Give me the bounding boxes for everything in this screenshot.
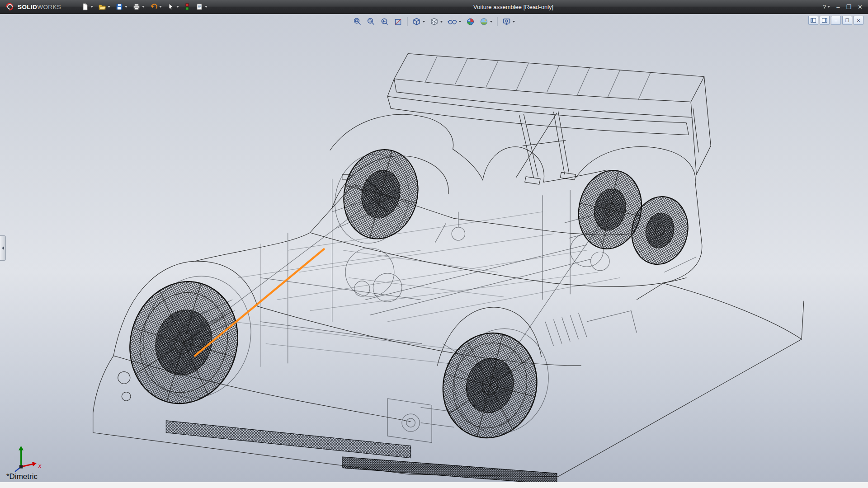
display-pane-icon bbox=[822, 18, 827, 23]
status-bar bbox=[0, 482, 868, 488]
document-restore-button[interactable]: ❐ bbox=[842, 16, 852, 25]
apply-scene-button[interactable] bbox=[478, 15, 495, 28]
main-toolbar bbox=[79, 1, 209, 12]
triad-x-label: x bbox=[38, 462, 42, 469]
help-button[interactable]: ? bbox=[823, 4, 830, 10]
new-dropdown-caret[interactable] bbox=[90, 6, 93, 8]
front-splitter-mesh bbox=[166, 421, 410, 458]
triad-origin bbox=[19, 465, 23, 468]
print-icon bbox=[132, 3, 141, 11]
hide-show-items-button[interactable] bbox=[446, 15, 463, 28]
wireframe-car bbox=[93, 54, 804, 482]
display-style-button[interactable] bbox=[428, 15, 445, 28]
wheel-front-left bbox=[116, 263, 265, 416]
section-view-button[interactable] bbox=[392, 15, 405, 28]
apply-scene-icon bbox=[480, 17, 489, 26]
window-title: Voiture assemblee [Read-only] bbox=[209, 4, 817, 10]
open-dropdown-caret[interactable] bbox=[108, 6, 110, 8]
feature-panel-collapse-tab[interactable] bbox=[0, 235, 6, 261]
view-orientation-dropdown-caret[interactable] bbox=[423, 21, 425, 23]
lower-floor-mesh bbox=[342, 457, 557, 482]
headsup-view-toolbar bbox=[351, 15, 517, 28]
feature-pane-toggle-button[interactable] bbox=[808, 16, 818, 25]
select-dropdown-caret[interactable] bbox=[176, 6, 179, 8]
section-view-icon bbox=[394, 17, 403, 26]
reference-triad: x bbox=[15, 446, 42, 472]
file-properties-icon bbox=[195, 3, 203, 11]
select-button[interactable] bbox=[165, 1, 181, 12]
rear-wing bbox=[387, 54, 711, 184]
zoom-to-area-icon bbox=[367, 17, 376, 26]
open-folder-icon bbox=[98, 3, 106, 11]
triad-y-arrowhead bbox=[19, 446, 24, 450]
edit-appearance-sphere-icon bbox=[466, 17, 475, 26]
undo-button[interactable] bbox=[148, 1, 164, 12]
brand-light: WORKS bbox=[37, 4, 61, 10]
save-dropdown-caret[interactable] bbox=[125, 6, 127, 8]
new-document-icon bbox=[81, 3, 89, 11]
zoom-to-fit-icon bbox=[353, 17, 362, 26]
titlebar: SOLIDWORKS bbox=[0, 0, 868, 14]
view-orientation-label: *Dimetric bbox=[6, 472, 38, 481]
maximize-button[interactable]: ❐ bbox=[846, 4, 851, 10]
hide-show-glasses-icon bbox=[448, 17, 458, 26]
minimize-button[interactable]: – bbox=[836, 4, 840, 10]
print-dropdown-caret[interactable] bbox=[142, 6, 145, 8]
save-button[interactable] bbox=[113, 1, 129, 12]
display-pane-toggle-button[interactable] bbox=[820, 16, 830, 25]
app-logo: SOLIDWORKS bbox=[0, 2, 66, 11]
close-button[interactable]: ✕ bbox=[858, 4, 863, 10]
triad-x-arrowhead bbox=[32, 462, 37, 466]
feature-pane-icon bbox=[811, 18, 816, 23]
undo-icon bbox=[150, 3, 158, 11]
document-window-controls: – ❐ ✕ bbox=[808, 16, 863, 25]
new-button[interactable] bbox=[79, 1, 95, 12]
select-cursor-icon bbox=[167, 3, 175, 11]
edit-appearance-button[interactable] bbox=[464, 15, 477, 28]
zoom-to-fit-button[interactable] bbox=[351, 15, 364, 28]
wheel-front-right bbox=[326, 142, 427, 251]
previous-view-button[interactable] bbox=[378, 15, 391, 28]
brand-bold: SOLID bbox=[18, 4, 37, 10]
document-close-button[interactable]: ✕ bbox=[854, 16, 863, 25]
open-button[interactable] bbox=[96, 1, 112, 12]
help-dropdown-caret[interactable] bbox=[827, 6, 830, 8]
undo-dropdown-caret[interactable] bbox=[159, 6, 162, 8]
zoom-to-area-button[interactable] bbox=[365, 15, 377, 28]
window-controls: ? – ❐ ✕ bbox=[817, 4, 868, 10]
file-properties-button[interactable] bbox=[193, 1, 209, 12]
solidworks-logo-icon bbox=[5, 2, 14, 11]
view-settings-dropdown-caret[interactable] bbox=[513, 21, 515, 23]
file-properties-dropdown-caret[interactable] bbox=[205, 6, 208, 8]
display-style-cube-icon bbox=[430, 17, 439, 26]
view-settings-icon bbox=[502, 17, 511, 26]
hide-show-dropdown-caret[interactable] bbox=[459, 21, 462, 23]
brand-text: SOLIDWORKS bbox=[18, 4, 61, 10]
save-icon bbox=[115, 3, 123, 11]
wheel-rear-left bbox=[432, 319, 559, 448]
hud-separator bbox=[497, 17, 498, 26]
rebuild-button[interactable] bbox=[182, 1, 192, 12]
wireframe-car-scene: x bbox=[0, 14, 868, 482]
graphics-viewport[interactable]: – ❐ ✕ bbox=[0, 14, 868, 482]
document-minimize-button[interactable]: – bbox=[831, 16, 841, 25]
view-orientation-button[interactable] bbox=[410, 15, 427, 28]
apply-scene-dropdown-caret[interactable] bbox=[490, 21, 493, 23]
display-style-dropdown-caret[interactable] bbox=[440, 21, 443, 23]
help-label: ? bbox=[823, 4, 826, 10]
chevron-left-icon bbox=[2, 246, 4, 250]
print-button[interactable] bbox=[131, 1, 146, 12]
previous-view-icon bbox=[380, 17, 389, 26]
hud-separator bbox=[407, 17, 408, 26]
rebuild-traffic-light-icon bbox=[184, 3, 190, 11]
triad-x-axis bbox=[21, 464, 33, 467]
view-orientation-cube-icon bbox=[412, 17, 421, 26]
view-settings-button[interactable] bbox=[500, 15, 517, 28]
